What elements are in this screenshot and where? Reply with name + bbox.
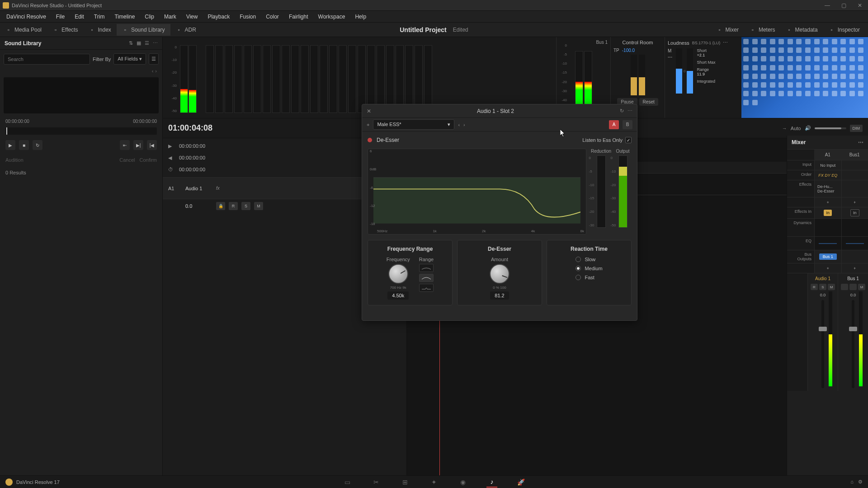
plugin-more-icon[interactable]: ⋯	[627, 108, 632, 114]
channel-level[interactable]: 0.0	[850, 293, 856, 297]
ab-b-button[interactable]: B	[623, 120, 632, 129]
loop-button[interactable]: ↻	[33, 140, 42, 150]
index-button[interactable]: ▫Index	[84, 24, 117, 36]
ch-mute-button[interactable]: M	[828, 284, 835, 290]
mute-button[interactable]: M	[254, 202, 263, 210]
sort-icon[interactable]: ⇅	[129, 40, 133, 46]
ch-button[interactable]	[841, 284, 848, 290]
speaker-icon[interactable]: 🔊	[805, 125, 811, 131]
fusion-page-button[interactable]: ✦	[429, 477, 439, 488]
preset-prev-icon[interactable]: ‹	[458, 122, 460, 127]
input-cell[interactable]	[841, 160, 868, 170]
add-preset-icon[interactable]: +	[367, 122, 369, 127]
mixer-button[interactable]: ▫Mixer	[711, 24, 744, 36]
menu-trim[interactable]: Trim	[90, 12, 109, 22]
reaction-fast-radio[interactable]: Fast	[576, 275, 602, 280]
effects-in-cell[interactable]: In	[841, 207, 868, 218]
prev-icon[interactable]: ‹	[152, 68, 154, 74]
color-page-button[interactable]: ◉	[458, 477, 468, 488]
menu-davinci-resolve[interactable]: DaVinci Resolve	[2, 12, 51, 22]
preset-next-icon[interactable]: ›	[463, 122, 465, 127]
list-view-icon[interactable]: ☰	[145, 40, 149, 46]
mark-in-button[interactable]: ⇤	[120, 140, 130, 150]
add-effect-button[interactable]: +	[814, 197, 841, 207]
media-page-button[interactable]: ▭	[342, 477, 353, 488]
ab-a-button[interactable]: A	[609, 120, 619, 129]
fairlight-page-button[interactable]: ♪	[486, 477, 497, 488]
volume-slider[interactable]	[815, 127, 846, 129]
menu-clip[interactable]: Clip	[140, 12, 159, 22]
play-button[interactable]: ▶	[5, 140, 15, 150]
automation-prev-icon[interactable]: →	[782, 126, 787, 131]
range-narrow-button[interactable]	[419, 284, 434, 292]
reaction-slow-radio[interactable]: Slow	[576, 257, 602, 262]
add-bus-button[interactable]: +	[841, 263, 868, 273]
order-cell[interactable]	[841, 170, 868, 180]
next-clip-button[interactable]: ▶|	[133, 140, 143, 150]
plugin-reset-icon[interactable]: ↻	[620, 108, 624, 114]
frequency-knob[interactable]	[388, 264, 408, 284]
frequency-graph[interactable]: 60dB-6-12-18 500Hz1k2k4k8k	[368, 149, 586, 235]
filter-dropdown[interactable]: All Fields ▾	[113, 53, 146, 65]
menu-help[interactable]: Help	[350, 12, 371, 22]
home-button[interactable]: ⌂	[850, 479, 854, 485]
menu-view[interactable]: View	[182, 12, 203, 22]
amount-value[interactable]: 81.2	[490, 291, 509, 300]
amount-knob[interactable]	[490, 264, 509, 284]
bus-output-cell[interactable]	[841, 250, 868, 263]
minimize-button[interactable]: —	[819, 0, 835, 11]
menu-timeline[interactable]: Timeline	[110, 12, 139, 22]
record-button[interactable]: R	[229, 202, 238, 210]
cancel-button[interactable]: Cancel	[119, 157, 135, 163]
add-effect-button[interactable]: +	[841, 197, 868, 207]
eq-cell[interactable]	[841, 237, 868, 250]
channel-fader[interactable]	[852, 300, 854, 388]
filter-options-button[interactable]: ☰	[149, 53, 159, 65]
more-icon[interactable]: ⋯	[153, 40, 158, 46]
plugin-close-button[interactable]: ✕	[367, 108, 371, 114]
dynamics-cell[interactable]	[814, 219, 841, 236]
menu-fusion[interactable]: Fusion	[235, 12, 260, 22]
settings-button[interactable]: ⚙	[858, 479, 863, 485]
menu-edit[interactable]: Edit	[70, 12, 89, 22]
bus-output-cell[interactable]: Bus 1	[814, 250, 841, 263]
preview-scrubber[interactable]	[5, 127, 157, 135]
add-bus-button[interactable]: +	[814, 263, 841, 273]
ch-mute-button[interactable]: M	[858, 284, 865, 290]
frequency-value[interactable]: 4.50k	[387, 291, 409, 300]
lock-button[interactable]: 🔒	[216, 202, 225, 210]
metadata-button[interactable]: ▫Metadata	[781, 24, 823, 36]
cut-page-button[interactable]: ✂	[371, 477, 382, 488]
close-button[interactable]: ✕	[852, 0, 868, 11]
order-cell[interactable]: FX DY EQ	[814, 170, 841, 180]
auto-label[interactable]: Auto	[791, 126, 801, 131]
mixer-more-icon[interactable]: ⋯	[858, 139, 863, 145]
mixer-tab-bus1[interactable]: Bus1	[841, 150, 868, 160]
next-icon[interactable]: ›	[155, 68, 157, 74]
search-input[interactable]	[4, 54, 90, 65]
preset-dropdown[interactable]: Male ESS*▾	[373, 119, 454, 130]
timecode-display[interactable]: 01:00:04:08	[168, 123, 212, 133]
range-mid-button[interactable]	[419, 274, 434, 282]
menu-workspace[interactable]: Workspace	[314, 12, 350, 22]
dim-button[interactable]: DIM	[850, 125, 863, 132]
grid-view-icon[interactable]: ▦	[137, 40, 141, 46]
channel-level[interactable]: 0.0	[820, 293, 826, 297]
reset-button[interactable]: Reset	[639, 98, 658, 106]
listen-checkbox[interactable]: ✓	[625, 137, 632, 143]
deliver-page-button[interactable]: 🚀	[515, 477, 526, 488]
effects-in-cell[interactable]: In	[814, 207, 841, 218]
track-fx-label[interactable]: fx	[216, 186, 220, 191]
menu-color[interactable]: Color	[261, 12, 283, 22]
effects-cell[interactable]: De-Hu...De-Esser	[814, 180, 841, 197]
prev-clip-button[interactable]: |◀	[147, 140, 157, 150]
range-wide-button[interactable]	[419, 264, 434, 272]
menu-playback[interactable]: Playback	[203, 12, 234, 22]
sound-library-button[interactable]: ▫Sound Library	[117, 24, 170, 36]
plugin-enable-toggle[interactable]	[368, 138, 372, 142]
stop-button[interactable]: ■	[19, 140, 29, 150]
loudness-more-icon[interactable]: ⋯	[723, 40, 728, 46]
media-pool-button[interactable]: ▫Media Pool	[0, 24, 47, 36]
input-cell[interactable]: No Input	[814, 160, 841, 170]
effects-button[interactable]: ▫Effects	[47, 24, 83, 36]
